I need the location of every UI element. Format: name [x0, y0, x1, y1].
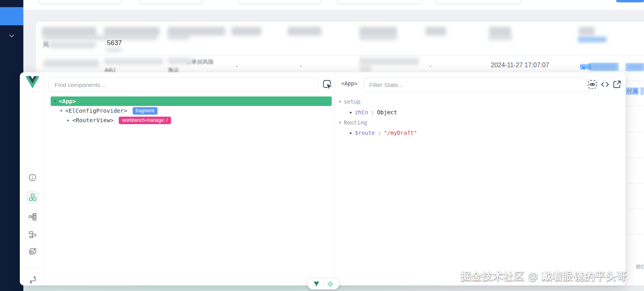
caret-down-icon[interactable]: ▼ [339, 100, 341, 104]
component-tag: <RouterView> [72, 117, 114, 123]
key-value-separator: : [378, 130, 381, 136]
redacted-cell [359, 66, 371, 71]
redacted-header-cell [232, 27, 261, 36]
layout-blocks-icon[interactable] [28, 230, 37, 239]
search-field-2[interactable] [139, 0, 203, 4]
caret-down-icon[interactable]: ▼ [60, 109, 62, 113]
row-divider [42, 55, 644, 55]
screenshot-root: 局 5637 44U …承担风险 海运 - - - 2024-11-27 17:… [0, 0, 644, 291]
redacted-header-cell [104, 27, 160, 36]
edit-link[interactable]: 编辑 [580, 63, 592, 71]
tree-node-routerview[interactable]: ▶ <RouterView> workbench-manage: / [67, 115, 171, 125]
watermark-text: 掘金技术社区 @ 戴着眼镜的平头哥 [460, 269, 619, 283]
caret-right-icon[interactable]: ▶ [67, 118, 69, 122]
state-key: zhCn [355, 109, 368, 115]
row-divider [626, 209, 644, 209]
state-group-setup[interactable]: ▼ setup [339, 98, 361, 105]
row2-dash: - [300, 62, 302, 69]
state-value: "/myDraft" [384, 130, 417, 136]
inspect-component-icon[interactable] [322, 79, 333, 90]
devtools-floating-pill [308, 278, 339, 289]
redacted-header-cell [288, 27, 321, 36]
timeline-tree-icon[interactable] [28, 212, 37, 221]
redacted-header-cell [489, 27, 511, 36]
component-tag: <ElConfigProvider> [65, 108, 127, 114]
row2-dash: - [429, 62, 431, 69]
redacted-cell [43, 35, 158, 40]
redacted-cell [359, 58, 419, 65]
divider [323, 281, 323, 287]
fragment-badge: fragment [133, 107, 158, 115]
filter-state-input[interactable] [363, 77, 589, 92]
caret-down-icon[interactable]: ▼ [54, 99, 56, 103]
chevron-down-icon[interactable] [8, 33, 15, 39]
router-icon[interactable] [28, 275, 37, 285]
info-icon[interactable] [28, 173, 37, 182]
redacted-header-cell [579, 27, 595, 36]
row-divider [626, 157, 644, 158]
row-divider [626, 132, 644, 132]
row2-risk-text: …承担风险 [186, 59, 214, 66]
component-tag: <App> [59, 98, 76, 104]
components-icon[interactable] [26, 191, 39, 204]
text-selection-highlight [640, 87, 644, 95]
redacted-cell [359, 35, 397, 40]
vue-logo-toggle-button[interactable] [313, 282, 319, 287]
attachment-link[interactable]: 付属 [627, 88, 638, 95]
row-divider [626, 80, 644, 81]
vue-logo-icon [25, 76, 40, 89]
redacted-header-cell [426, 27, 446, 36]
redacted-cell [488, 35, 512, 40]
code-icon[interactable] [600, 79, 610, 90]
state-entry-route[interactable]: ▶ $route : "/myDraft" [350, 130, 417, 136]
caret-right-icon[interactable]: ▶ [350, 110, 352, 114]
row-divider [626, 106, 644, 106]
state-group-label: setup [344, 98, 360, 105]
state-value: Object [377, 109, 397, 115]
redacted-cell [49, 42, 96, 48]
devtools-logo-cell [20, 72, 45, 93]
redacted-cell [104, 59, 163, 64]
vue-devtools-panel: ▼ <App> ▼ <ElConfigProvider> fragment ▶ … [20, 72, 625, 285]
redacted-action-links[interactable] [578, 37, 606, 42]
redacted-action-links[interactable] [627, 64, 643, 70]
component-inspector-target-button[interactable] [327, 281, 334, 287]
row-divider [626, 234, 644, 235]
open-in-new-window-icon[interactable] [612, 79, 622, 90]
primary-action-button[interactable] [616, 0, 644, 2]
tree-node-app[interactable]: ▼ <App> [51, 96, 332, 106]
search-field-3[interactable] [238, 0, 321, 4]
state-group-label: Routing [344, 119, 367, 126]
search-field-1[interactable] [38, 0, 122, 4]
redacted-header-cell [168, 27, 225, 36]
redacted-header-cell [42, 27, 96, 36]
row2-timestamp: 2024-11-27 17:07:07 [491, 62, 549, 69]
search-field-4[interactable] [337, 0, 422, 4]
divider [23, 268, 42, 268]
redacted-header-cell [359, 27, 397, 36]
redacted-cell [168, 35, 190, 40]
inspect-dom-eye-icon[interactable] [587, 79, 598, 90]
state-group-routing[interactable]: ▼ Routing [339, 119, 367, 126]
row1-partial-char: 局 [43, 41, 49, 49]
caret-right-icon[interactable]: ▶ [350, 131, 352, 135]
goto-label: 前往 [636, 263, 644, 270]
find-components-input[interactable] [49, 77, 319, 92]
state-breadcrumb: <App> [341, 80, 357, 87]
key-value-separator: : [371, 109, 374, 115]
tree-node-elconfigprovider[interactable]: ▼ <ElConfigProvider> fragment [60, 106, 158, 115]
devtools-icon-bar [20, 72, 45, 285]
row-divider [626, 183, 644, 183]
redacted-cell [106, 48, 122, 52]
assets-image-icon[interactable] [28, 247, 37, 256]
route-badge: workbench-manage: / [119, 117, 171, 124]
caret-down-icon[interactable]: ▼ [339, 121, 341, 125]
search-field-5[interactable] [436, 0, 521, 4]
app-sidebar-active-item[interactable] [0, 7, 23, 25]
panel-split-divider[interactable] [334, 72, 335, 285]
state-entry-zhcn[interactable]: ▶ zhCn : Object [350, 109, 397, 115]
redacted-action-links[interactable] [591, 64, 617, 70]
row2-dash: - [236, 62, 238, 69]
row1-qty: 5637 [107, 39, 122, 47]
state-key: $route [355, 130, 375, 136]
